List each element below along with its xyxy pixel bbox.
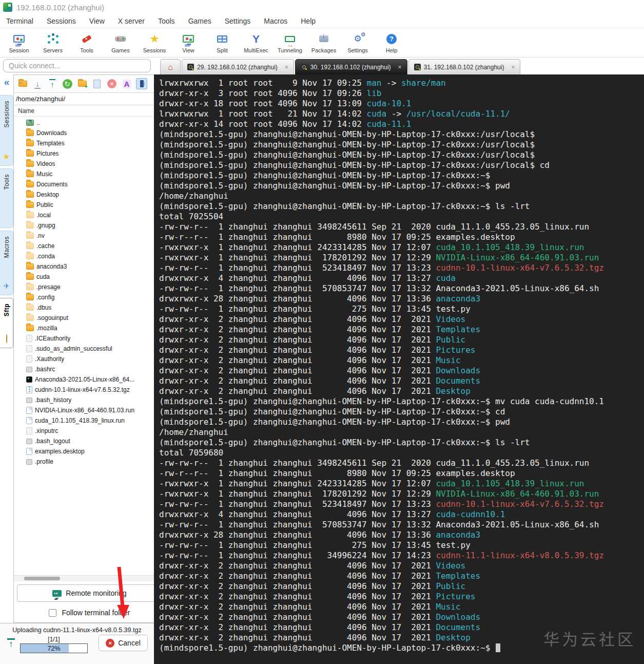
menu-macros[interactable]: Macros: [264, 17, 287, 25]
terminal-line: drwxr-xr-x 2 zhanghui zhanghui 4096 Nov …: [159, 386, 644, 396]
file-row[interactable]: Templates: [14, 138, 165, 148]
new-folder-icon[interactable]: +: [76, 78, 88, 89]
file-row[interactable]: .sogouinput: [14, 313, 165, 323]
file-row[interactable]: cuda_10.1.105_418.39_linux.run2: [14, 415, 165, 426]
menu-terminal[interactable]: Terminal: [6, 17, 33, 25]
menu-games[interactable]: Games: [188, 17, 211, 25]
file-row[interactable]: .dbus: [14, 302, 165, 313]
toolbar-packages-button[interactable]: Packages: [307, 28, 341, 57]
globe-icon: [6, 334, 7, 344]
file-row[interactable]: .presage: [14, 282, 165, 292]
file-row[interactable]: .config: [14, 292, 165, 302]
file-row[interactable]: .nv: [14, 231, 165, 241]
file-row[interactable]: .ICEauthority1: [14, 333, 165, 344]
file-row[interactable]: Public: [14, 200, 165, 210]
file-row[interactable]: Pictures: [14, 148, 165, 159]
toolbar-sessions-button[interactable]: ★Sessions: [138, 28, 171, 57]
font-settings-icon[interactable]: A: [121, 78, 132, 89]
file-row[interactable]: Videos: [14, 159, 165, 169]
toolbar-settings-button[interactable]: ⚙Settings: [341, 28, 375, 57]
file-row[interactable]: .gnupg: [14, 220, 165, 231]
file-row[interactable]: Desktop: [14, 189, 165, 200]
file-row[interactable]: .bash_history1: [14, 395, 165, 405]
file-row[interactable]: Downloads: [14, 128, 165, 138]
file-row[interactable]: Anaconda3-2021.05-Linux-x86_64...5: [14, 374, 165, 385]
file-row[interactable]: NVIDIA-Linux-x86_64-460.91.03.run1: [14, 405, 165, 415]
sidebar-tab-tools[interactable]: Tools: [0, 168, 13, 228]
file-row[interactable]: .xinputrc1: [14, 426, 165, 436]
file-row[interactable]: .conda: [14, 251, 165, 261]
tunneling-icon: [282, 32, 298, 46]
terminal[interactable]: lrwxrwxrwx 1 root root 9 Nov 17 09:25 ma…: [154, 74, 644, 664]
upload-icon[interactable]: ↑: [47, 78, 58, 89]
terminal-line: -rwxrwxr-x 1 zhanghui zhanghui 178201292…: [159, 489, 644, 499]
horizontal-scrollbar[interactable]: [14, 575, 165, 581]
tab-close-icon[interactable]: ×: [285, 64, 288, 71]
sidebar-tab-macros[interactable]: Macros✈: [0, 231, 13, 295]
toolbar-view-button[interactable]: View: [171, 28, 205, 57]
terminal-line: -rw-rw-r-- 1 zhanghui zhanghui 34996224 …: [159, 551, 644, 561]
file-row[interactable]: cudnn-10.1-linux-x64-v7.6.5.32.tgz5: [14, 385, 165, 395]
toolbar-multiexec-button[interactable]: YMultiExec: [239, 28, 273, 57]
file-row[interactable]: Documents: [14, 179, 165, 189]
toolbar-servers-button[interactable]: Servers: [36, 28, 70, 57]
folder-icon: [26, 212, 34, 218]
file-row[interactable]: .bash_logout1: [14, 436, 165, 446]
toolbar-help-button[interactable]: ?Help: [375, 28, 408, 57]
tab-close-icon[interactable]: ×: [398, 64, 402, 71]
menu-settings[interactable]: Settings: [225, 17, 251, 25]
new-file-icon[interactable]: [91, 78, 103, 89]
menu-view[interactable]: View: [89, 17, 105, 25]
menu-sessions[interactable]: Sessions: [47, 17, 76, 25]
column-name[interactable]: Name: [18, 107, 34, 115]
toolbar-tunneling-button[interactable]: Tunneling: [273, 28, 307, 57]
download-icon[interactable]: ↓: [32, 78, 43, 89]
file-row[interactable]: .mozilla: [14, 323, 165, 333]
remote-monitoring-button[interactable]: Remote monitoring: [17, 584, 162, 602]
refresh-icon[interactable]: ↻: [62, 78, 73, 89]
cancel-button[interactable]: × Cancel: [99, 635, 148, 651]
file-row[interactable]: .profile1: [14, 457, 165, 467]
file-row[interactable]: .Xauthority1: [14, 354, 165, 364]
file-icon: [26, 439, 32, 444]
file-row[interactable]: .sudo_as_admin_successful0: [14, 344, 165, 354]
tab-session-3[interactable]: 31. 192.168.0.102 (zhanghui)×: [408, 59, 521, 74]
tab-bar: ⌂29. 192.168.0.102 (zhanghui)×30. 192.16…: [154, 58, 644, 74]
toolbar-tools-button[interactable]: Tools: [70, 28, 104, 57]
collapse-sidebar-button[interactable]: «: [4, 77, 10, 95]
quick-connect-input[interactable]: [3, 59, 151, 72]
file-name: .cache: [36, 242, 54, 250]
sftp-path-input[interactable]: [16, 95, 155, 103]
menu-tools[interactable]: Tools: [158, 17, 175, 25]
follow-terminal-folder-checkbox[interactable]: [49, 609, 56, 617]
tab-session-2[interactable]: 30. 192.168.0.102 (zhanghui)×: [295, 59, 407, 74]
menu-help[interactable]: Help: [301, 17, 316, 25]
file-list-header[interactable]: Name S: [14, 105, 165, 117]
toolbar-split-button[interactable]: Split: [205, 28, 239, 57]
menu-x-server[interactable]: X server: [118, 17, 145, 25]
file-row[interactable]: examples.desktop8: [14, 446, 165, 457]
tab-close-icon[interactable]: ×: [511, 64, 515, 71]
title-bar: 192.168.0.102 (zhanghui): [0, 0, 644, 14]
file-row[interactable]: ..: [14, 118, 165, 128]
file-row[interactable]: .bashrc4: [14, 364, 165, 374]
tab-label: 29. 192.168.0.102 (zhanghui): [197, 64, 278, 71]
file-row[interactable]: Music: [14, 169, 165, 179]
star-icon: ★: [3, 152, 10, 161]
tab-home[interactable]: ⌂: [160, 59, 181, 74]
folder-back-icon[interactable]: ←: [17, 78, 28, 89]
file-name: cuda_10.1.105_418.39_linux.run: [35, 417, 125, 424]
toolbar-session-button[interactable]: Session: [2, 28, 36, 57]
file-row[interactable]: .cache: [14, 241, 165, 251]
file-row[interactable]: cuda: [14, 272, 165, 282]
file-row[interactable]: anaconda3: [14, 261, 165, 272]
delete-icon[interactable]: ×: [106, 78, 118, 89]
sidebar-tab-sessions[interactable]: Sessions★: [0, 95, 13, 166]
toolbar-games-button[interactable]: Games: [104, 28, 138, 57]
sidebar-tab-sftp[interactable]: Sftp: [0, 298, 13, 348]
panel-view-icon[interactable]: [136, 78, 147, 89]
tab-session-1[interactable]: 29. 192.168.0.102 (zhanghui)×: [182, 59, 294, 74]
file-row[interactable]: .local: [14, 210, 165, 220]
file-name: Downloads: [36, 129, 67, 137]
scrollbar-thumb[interactable]: [24, 577, 60, 580]
